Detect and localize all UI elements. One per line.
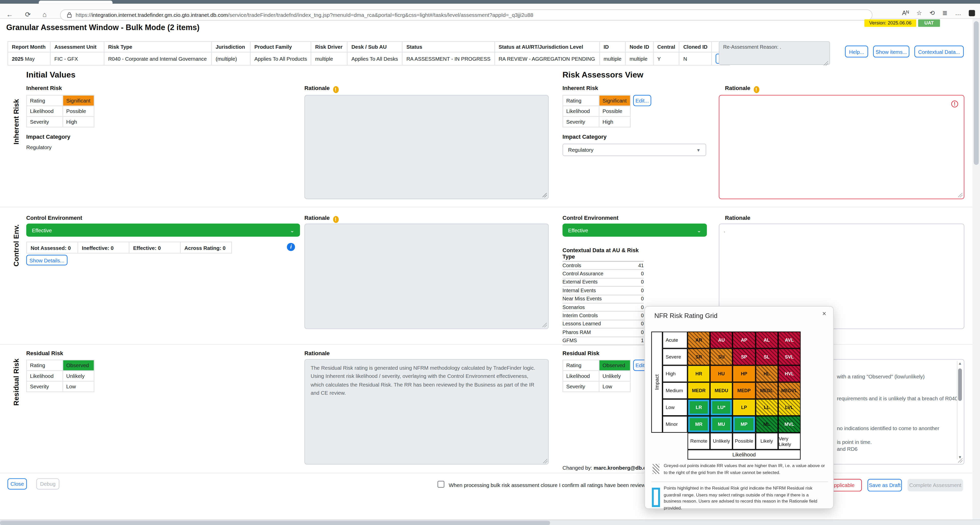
header-col-11: Central (653, 41, 679, 52)
grid-cell-MEDU[interactable]: MEDU (710, 382, 733, 399)
textarea-scrollbar[interactable]: ▲ ▼ (957, 361, 962, 460)
reload-icon[interactable]: ⟳ (25, 10, 31, 19)
impact-row-severe: Severe (662, 349, 687, 365)
rr-rationale-line-1: requirements and it is unlikely that a b… (837, 395, 958, 401)
grid-cell-MEDP[interactable]: MEDP (733, 382, 756, 399)
grid-cell-HVL: HVL (778, 365, 800, 382)
control-env-label-initial: Control Environment (26, 215, 82, 221)
scroll-up-icon[interactable]: ▲ (958, 362, 963, 365)
warning-icon: ! (333, 86, 339, 93)
grid-cell-LU[interactable]: LU* (710, 399, 733, 416)
reassessment-reason-textarea[interactable]: Re-Assessment Reason: . (719, 41, 830, 65)
grid-cell-LVL: LVL (778, 399, 800, 416)
grid-cell-HL: HL (756, 365, 778, 382)
rationale-textarea-ce-initial[interactable] (304, 224, 549, 329)
close-button[interactable]: Close (7, 478, 27, 490)
grid-cell-MU[interactable]: MU (710, 416, 733, 433)
resize-handle[interactable] (543, 459, 547, 463)
collections-icon[interactable]: ≣ (942, 10, 948, 16)
bulk-confirm-checkbox[interactable] (438, 481, 444, 488)
control-env-select-initial[interactable]: Effective⌄ (26, 224, 300, 236)
control-env-label-assessor: Control Environment (563, 215, 618, 221)
grid-cell-MR[interactable]: MR (687, 416, 710, 433)
sidebar-icon[interactable] (969, 10, 975, 16)
inherent-likelihood-assessor: Possible (599, 106, 630, 117)
residual-risk-label-initial: Residual Risk (26, 351, 63, 357)
debug-button[interactable]: Debug (36, 478, 59, 490)
show-details-button[interactable]: Show Details... (26, 255, 68, 265)
warning-icon: ! (333, 216, 339, 223)
residual-risk-table-assessor: RatingObserved LikelihoodUnlikely Severi… (563, 360, 631, 392)
header-value-9: multiple (600, 52, 625, 65)
rationale-textarea-rr-initial[interactable]: The Residual Risk rating is generated us… (304, 359, 549, 465)
grid-cell-SU: SU (710, 349, 733, 365)
save-as-draft-button[interactable]: Save as Draft (867, 479, 902, 491)
changed-by: Changed by: marc.kronberg@db.com (563, 465, 654, 471)
header-value-4: Applies To All Products (250, 52, 311, 65)
app-root: ← ⟳ ⌂ https://integration.internet.trade… (0, 0, 980, 525)
contextual-data-button[interactable]: Contextual Data... (915, 46, 964, 58)
popup-close-icon[interactable]: × (822, 310, 826, 317)
header-value-1: FIC - GFX (50, 52, 104, 65)
grid-cell-MEDR[interactable]: MEDR (687, 382, 710, 399)
chevron-down-icon: ⌄ (290, 227, 294, 233)
grid-cell-MP[interactable]: MP (733, 416, 756, 433)
ce-stat-2: Effective: 0 (129, 242, 180, 253)
warning-icon: ! (753, 86, 759, 93)
impact-axis-label: Impact (651, 331, 662, 433)
hatch-legend-text: Greyed-out points indicate RR values tha… (664, 463, 825, 476)
impact-row-acute: Acute (662, 331, 687, 348)
header-value-11: Y (653, 52, 679, 65)
header-col-7: Status (402, 41, 495, 52)
header-col-10: Node ID (625, 41, 653, 52)
more-menu-icon[interactable]: … (955, 10, 961, 16)
header-value-8: RA REVIEW - AGGREGATION PENDING (495, 52, 600, 65)
help-button[interactable]: Help... (845, 46, 868, 58)
read-aloud-icon[interactable]: Aᴺ (902, 10, 909, 16)
rationale-textarea-ir-initial[interactable] (304, 95, 549, 199)
edit-inherent-button[interactable]: Edit... (633, 95, 651, 106)
info-icon[interactable]: i (287, 243, 295, 251)
rationale-label-ce-assessor: Rationale (725, 215, 750, 221)
header-col-4: Product Family (250, 41, 311, 52)
residual-severity-initial: Low (63, 381, 94, 392)
rationale-label-ce-initial: Rationale! (304, 215, 339, 223)
grid-cell-HU[interactable]: HU (710, 365, 733, 382)
grid-cell-LP[interactable]: LP (733, 399, 756, 416)
grid-cell-AL: AL (756, 331, 778, 348)
home-icon[interactable]: ⌂ (43, 10, 47, 19)
extensions-icon[interactable]: ⟲ (929, 10, 935, 16)
complete-assessment-button[interactable]: Complete Assessment (907, 479, 963, 491)
grid-cell-HP[interactable]: HP (733, 365, 756, 382)
page-horizontal-scrollbar[interactable] (0, 520, 980, 525)
contextual-row-8: Pharos RAM0 (563, 328, 644, 337)
control-env-select-assessor[interactable]: Effective⌄ (563, 224, 707, 236)
show-items-button[interactable]: Show items... (873, 46, 909, 58)
header-col-3: Jurisdiction (212, 41, 250, 52)
ce-stat-0: Not Assessed: 0 (27, 242, 78, 253)
residual-likelihood-assessor: Unlikely (599, 371, 630, 381)
rationale-label-rr-initial: Rationale (304, 351, 330, 357)
error-icon: ! (951, 100, 958, 107)
grid-cell-AU: AU (710, 331, 733, 348)
grid-cell-LR[interactable]: LR (687, 399, 710, 416)
header-col-5: Risk Driver (311, 41, 347, 52)
header-col-8: Status at AU/RT/Jurisdiction Level (495, 41, 600, 52)
impact-category-select[interactable]: Regulatory▼ (563, 144, 706, 156)
header-value-2: R040 - Corporate and Internal Governance (104, 52, 212, 65)
page-vertical-scrollbar[interactable] (973, 19, 980, 519)
page-title: Granular Assessment Window - Bulk Mode (… (6, 23, 199, 32)
back-icon[interactable]: ← (6, 10, 13, 19)
contextual-row-3: Internal Events0 (563, 287, 644, 295)
resize-handle[interactable] (824, 61, 828, 65)
browser-tab[interactable] (39, 0, 113, 3)
grid-cell-HR[interactable]: HR (687, 365, 710, 382)
residual-risk-table-initial: RatingObserved LikelihoodUnlikely Severi… (26, 360, 94, 392)
url-bar[interactable]: https://integration.internet.tradefinder… (60, 10, 873, 21)
inherent-risk-label-assessor: Inherent Risk (563, 85, 598, 91)
impact-category-label-initial: Impact Category (26, 133, 70, 140)
favorite-star-icon[interactable]: ☆ (916, 10, 922, 16)
header-col-1: Assessment Unit (50, 41, 104, 52)
rationale-textarea-ir-assessor[interactable]: ! (719, 95, 964, 199)
inherent-severity-assessor: High (599, 117, 630, 127)
